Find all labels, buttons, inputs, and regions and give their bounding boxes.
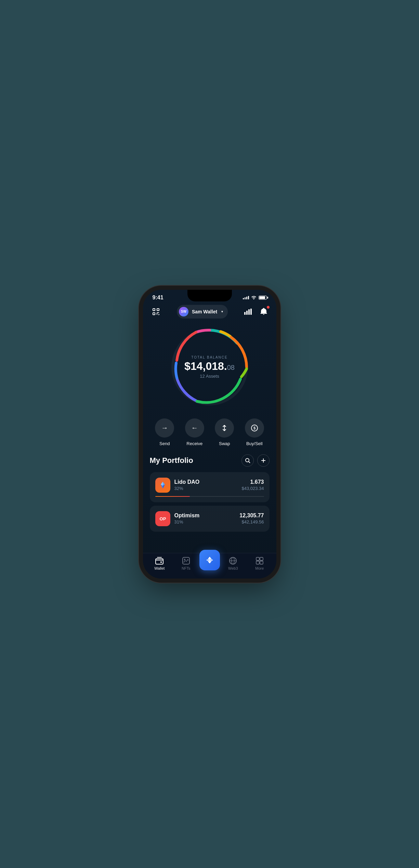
buysell-label: Buy/Sell <box>246 441 263 446</box>
signal-bar-3 <box>246 297 247 299</box>
svg-text:$: $ <box>253 426 256 430</box>
battery-fill <box>259 296 265 299</box>
svg-rect-8 <box>246 311 248 315</box>
asset-card-lido[interactable]: Lido DAO 32% 1.673 $43,023.34 <box>150 472 270 502</box>
chevron-down-icon: ▾ <box>221 310 223 313</box>
notification-badge <box>266 306 270 309</box>
svg-rect-20 <box>160 561 162 563</box>
scan-button[interactable] <box>150 306 162 318</box>
optimism-usd: $42,149.56 <box>239 519 264 524</box>
send-action: → Send <box>155 418 174 446</box>
chart-button[interactable] <box>243 306 253 317</box>
svg-rect-1 <box>157 309 159 311</box>
ring-assets: 12 Assets <box>184 374 235 379</box>
status-time: 9:41 <box>153 295 163 301</box>
nfts-nav-label: NFTs <box>182 566 191 570</box>
svg-rect-10 <box>250 309 252 315</box>
notch <box>187 290 232 301</box>
account-selector[interactable]: SW Sam Wallet ▾ <box>177 305 228 319</box>
receive-button[interactable]: ← <box>185 418 204 438</box>
header: SW Sam Wallet ▾ <box>143 301 276 323</box>
portfolio-ring-container: TOTAL BALANCE $14,018.08 12 Assets <box>143 323 276 415</box>
signal-bar-4 <box>248 296 249 299</box>
more-icon <box>256 557 264 565</box>
svg-point-22 <box>184 559 185 560</box>
wifi-icon <box>251 295 257 300</box>
balance-main: $14,018. <box>184 360 227 372</box>
svg-rect-27 <box>256 557 259 560</box>
portfolio-add-button[interactable] <box>257 454 270 467</box>
signal-bar-1 <box>243 298 244 299</box>
svg-rect-0 <box>153 309 155 311</box>
notifications-button[interactable] <box>258 306 269 317</box>
balance-cents: 08 <box>227 364 235 371</box>
lido-amount: 1.673 <box>241 479 264 485</box>
nav-more[interactable]: More <box>246 557 273 570</box>
lido-info: Lido DAO 32% <box>174 479 238 491</box>
svg-rect-29 <box>256 561 259 564</box>
lido-usd: $43,023.34 <box>241 486 264 491</box>
optimism-percent: 31% <box>174 519 236 524</box>
actions-row: → Send ← Receive Swap $ <box>143 415 276 454</box>
bottom-nav: Wallet NFTs <box>143 553 276 579</box>
receive-action: ← Receive <box>185 418 204 446</box>
send-label: Send <box>159 441 170 446</box>
wallet-icon <box>155 557 163 565</box>
web3-icon <box>229 557 237 565</box>
ring-center: TOTAL BALANCE $14,018.08 12 Assets <box>184 355 235 379</box>
center-action-button[interactable] <box>199 550 220 570</box>
lido-percent: 32% <box>174 486 238 491</box>
lido-icon <box>155 478 170 493</box>
lido-name: Lido DAO <box>174 479 238 485</box>
svg-rect-19 <box>156 559 163 564</box>
svg-point-14 <box>246 458 249 462</box>
svg-line-15 <box>249 462 250 463</box>
svg-rect-21 <box>183 557 189 564</box>
svg-rect-30 <box>260 561 263 564</box>
nav-wallet[interactable]: Wallet <box>146 557 173 570</box>
nav-center <box>199 557 220 570</box>
send-button[interactable]: → <box>155 418 174 438</box>
svg-rect-2 <box>153 313 155 315</box>
swap-label: Swap <box>219 441 230 446</box>
swap-action: Swap <box>215 418 234 446</box>
avatar: SW <box>179 307 188 316</box>
nfts-icon <box>182 557 190 565</box>
header-right <box>243 306 269 317</box>
receive-label: Receive <box>186 441 202 446</box>
lido-values: 1.673 $43,023.34 <box>241 479 264 491</box>
lido-bar <box>155 496 190 497</box>
svg-rect-9 <box>248 309 250 315</box>
portfolio-title: My Portfolio <box>150 456 193 465</box>
asset-row-lido: Lido DAO 32% 1.673 $43,023.34 <box>155 478 264 493</box>
wallet-nav-label: Wallet <box>154 566 165 570</box>
svg-rect-7 <box>244 312 246 315</box>
svg-rect-28 <box>260 557 263 560</box>
swap-button[interactable] <box>215 418 234 438</box>
battery-icon <box>259 296 267 300</box>
web3-nav-label: Web3 <box>228 566 238 570</box>
ring-label: TOTAL BALANCE <box>184 355 235 359</box>
status-icons <box>243 295 267 300</box>
portfolio-search-button[interactable] <box>241 454 254 467</box>
lido-bar-container <box>155 496 264 497</box>
buysell-button[interactable]: $ <box>245 418 264 438</box>
more-nav-label: More <box>255 566 264 570</box>
optimism-icon: OP <box>155 511 170 526</box>
ring-balance: $14,018.08 <box>184 361 235 372</box>
optimism-info: Optimism 31% <box>174 513 236 524</box>
svg-text:OP: OP <box>159 516 166 521</box>
nav-web3[interactable]: Web3 <box>220 557 247 570</box>
asset-card-optimism[interactable]: OP Optimism 31% 12,305.77 $42,149.56 <box>150 506 270 532</box>
portfolio-header: My Portfolio <box>150 454 270 467</box>
phone-screen: 9:41 <box>143 290 276 579</box>
optimism-amount: 12,305.77 <box>239 513 264 519</box>
signal-bar-2 <box>245 297 246 299</box>
optimism-name: Optimism <box>174 513 236 519</box>
portfolio-header-actions <box>241 454 270 467</box>
buysell-action: $ Buy/Sell <box>245 418 264 446</box>
portfolio-section: My Portfolio <box>143 454 276 532</box>
nav-nfts[interactable]: NFTs <box>173 557 199 570</box>
signal-bars-icon <box>243 296 249 299</box>
asset-row-optimism: OP Optimism 31% 12,305.77 $42,149.56 <box>155 511 264 526</box>
